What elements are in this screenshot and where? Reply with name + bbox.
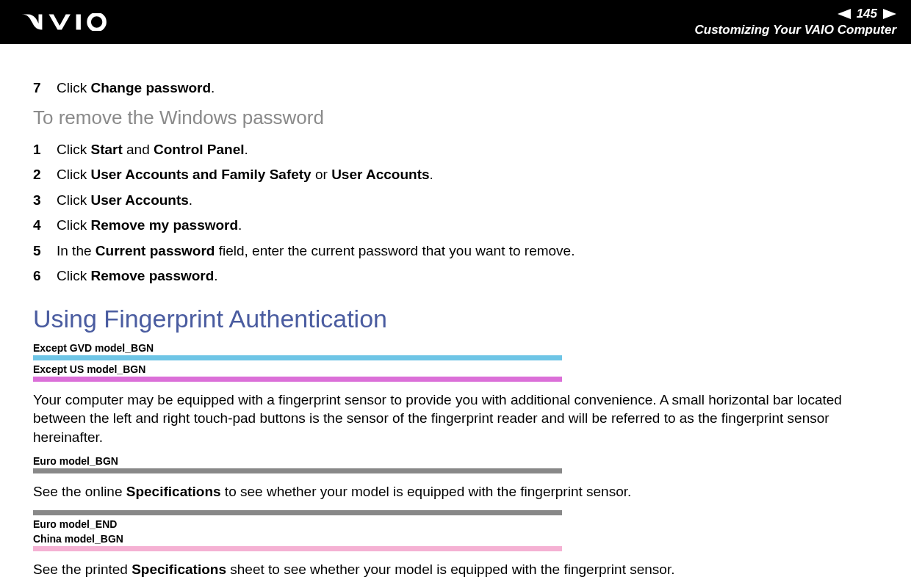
step-text: In the Current password field, enter the… bbox=[57, 241, 575, 262]
previous-page-icon[interactable] bbox=[838, 9, 851, 19]
tag-euro-end: Euro model_END bbox=[33, 518, 878, 530]
step-text: Click User Accounts. bbox=[57, 190, 192, 211]
bar-gray bbox=[33, 468, 562, 473]
bar-magenta bbox=[33, 377, 562, 382]
step-number: 2 bbox=[33, 164, 57, 186]
header-right: 145 Customizing Your VAIO Computer bbox=[694, 7, 896, 37]
tag-china-bgn: China model_BGN bbox=[33, 533, 878, 545]
tag-euro-bgn: Euro model_BGN bbox=[33, 455, 878, 467]
step-3: 3Click User Accounts. bbox=[33, 190, 878, 211]
next-page-icon[interactable] bbox=[883, 9, 896, 19]
step-number: 5 bbox=[33, 241, 57, 262]
bar-pink bbox=[33, 546, 562, 551]
step-text: Click User Accounts and Family Safety or… bbox=[57, 164, 433, 186]
step-2: 2Click User Accounts and Family Safety o… bbox=[33, 164, 878, 186]
step-6: 6Click Remove password. bbox=[33, 266, 878, 287]
bar-gray bbox=[33, 510, 562, 515]
heading-fingerprint-auth: Using Fingerprint Authentication bbox=[33, 305, 878, 333]
tag-except-us-bgn: Except US model_BGN bbox=[33, 363, 878, 375]
subheading-remove-password: To remove the Windows password bbox=[33, 106, 878, 129]
step-text: Click Start and Control Panel. bbox=[57, 139, 248, 161]
step-5: 5In the Current password field, enter th… bbox=[33, 241, 878, 262]
bar-lightblue bbox=[33, 355, 562, 360]
tag-except-gvd-bgn: Except GVD model_BGN bbox=[33, 342, 878, 354]
page-header: 145 Customizing Your VAIO Computer bbox=[0, 0, 911, 44]
paragraph-online-specs: See the online Specifications to see whe… bbox=[33, 482, 878, 501]
step-1: 1Click Start and Control Panel. bbox=[33, 139, 878, 161]
step-7: 7 Click Change password. bbox=[33, 78, 878, 99]
document-content: 7 Click Change password. To remove the W… bbox=[0, 44, 911, 588]
page-number: 145 bbox=[857, 7, 877, 21]
header-subtitle: Customizing Your VAIO Computer bbox=[694, 23, 896, 37]
paragraph-printed-specs: See the printed Specifications sheet to … bbox=[33, 560, 878, 579]
step-number: 4 bbox=[33, 215, 57, 236]
paragraph-intro: Your computer may be equipped with a fin… bbox=[33, 391, 878, 447]
step-text: Click Remove my password. bbox=[57, 215, 242, 236]
svg-rect-0 bbox=[76, 15, 81, 30]
step-text: Click Remove password. bbox=[57, 266, 218, 287]
svg-point-1 bbox=[89, 15, 104, 30]
page-nav: 145 bbox=[694, 7, 896, 21]
vaio-logo bbox=[21, 13, 123, 31]
step-number: 7 bbox=[33, 78, 57, 99]
step-4: 4Click Remove my password. bbox=[33, 215, 878, 236]
step-text: Click Change password. bbox=[57, 78, 215, 99]
step-number: 6 bbox=[33, 266, 57, 287]
step-number: 3 bbox=[33, 190, 57, 211]
step-number: 1 bbox=[33, 139, 57, 161]
